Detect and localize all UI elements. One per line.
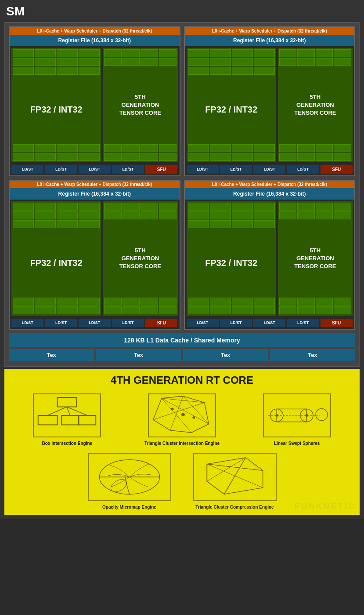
triangle-cluster-label: Triangle Cluster Intersection Engine — [144, 441, 220, 446]
tensor-label-2: 5THGENERATIONTENSOR CORE — [103, 221, 177, 296]
grid-cell — [297, 306, 315, 314]
grid-cell — [232, 306, 253, 314]
rt-icon-triangle-compression: Triangle Cluster Compression Engine — [187, 453, 283, 509]
ldst-unit: LD/ST — [253, 319, 285, 327]
svg-line-33 — [207, 464, 263, 471]
grid-cell — [35, 220, 56, 228]
grid-cell — [57, 211, 78, 219]
grid-cell — [210, 203, 231, 211]
grid-cell — [334, 306, 351, 314]
fp32-grid-3 — [187, 201, 276, 229]
fp32-label-2: FP32 / INT32 — [11, 229, 101, 296]
grid-cell — [254, 203, 275, 211]
tensor-grid-0 — [103, 48, 177, 67]
svg-point-22 — [305, 414, 308, 417]
grid-cell — [232, 153, 253, 161]
fp32-grid-2 — [11, 201, 101, 229]
grid-cell — [13, 211, 34, 219]
fp32-grid-bottom-3 — [187, 296, 276, 316]
grid-cell — [334, 153, 351, 161]
grid-cell — [210, 153, 231, 161]
grid-cell — [141, 49, 158, 57]
tensor-grid-bottom-2 — [103, 296, 177, 316]
grid-cell — [57, 298, 78, 306]
warp-header-0: L0 i-Cache + Warp Scheduler + Dispatch (… — [10, 27, 180, 35]
grid-cell — [334, 49, 351, 57]
grid-cell — [159, 153, 177, 161]
grid-cell — [35, 203, 56, 211]
grid-cell — [316, 211, 333, 219]
grid-cell — [254, 144, 275, 152]
box-intersection-svg — [34, 393, 100, 437]
grid-cell — [210, 306, 231, 314]
grid-cell — [35, 67, 56, 75]
grid-cell — [188, 306, 209, 314]
box-intersection-label: Box Intersection Engine — [42, 441, 92, 446]
grid-cell — [159, 58, 177, 66]
ldst-unit: LD/ST — [45, 165, 77, 174]
grid-cell — [141, 144, 158, 152]
grid-cell — [316, 153, 333, 161]
svg-point-16 — [192, 416, 195, 419]
fp32-grid-0 — [11, 48, 101, 76]
tensor-block-2: 5THGENERATIONTENSOR CORE — [103, 201, 177, 316]
rt-icon-opacity-micromap: Opacity Micromap Engine — [81, 453, 178, 509]
tensor-block-0: 5THGENERATIONTENSOR CORE — [103, 48, 177, 162]
fp32-grid-1 — [187, 48, 276, 76]
ldst-unit: LD/ST — [287, 319, 319, 327]
sfu-unit: SFU — [145, 319, 177, 327]
grid-cell — [35, 298, 56, 306]
warp-header-3: L0 i-Cache + Warp Scheduler + Dispatch (… — [185, 181, 355, 188]
grid-cell — [13, 58, 34, 66]
grid-cell — [57, 49, 78, 57]
compute-area-0: FP32 / INT32 — [10, 46, 180, 164]
tensor-grid-bottom-3 — [278, 296, 353, 316]
grid-cell — [104, 211, 122, 219]
grid-cell — [104, 153, 122, 161]
grid-cell — [13, 67, 34, 75]
rt-icon-linear-swept: Linear Swept Spheres — [239, 393, 354, 446]
grid-cell — [57, 220, 78, 228]
quadrant-2: L0 i-Cache + Warp Scheduler + Dispatch (… — [9, 180, 180, 330]
svg-point-14 — [181, 413, 185, 416]
grid-cell — [254, 67, 275, 75]
rt-icons-row-2: Opacity Micromap Engine — [10, 453, 354, 509]
fp32-label-3: FP32 / INT32 — [187, 229, 276, 296]
tensor-label-0: 5THGENERATIONTENSOR CORE — [103, 67, 177, 143]
rt-icon-box-intersection: Box Intersection Engine — [10, 393, 125, 446]
grid-cell — [297, 153, 315, 161]
grid-cell — [254, 49, 275, 57]
grid-cell — [188, 58, 209, 66]
grid-cell — [141, 211, 158, 219]
grid-cell — [232, 58, 253, 66]
register-file-3: Register File (16,384 x 32-bit) — [185, 188, 355, 200]
grid-cell — [297, 211, 315, 219]
grid-cell — [79, 67, 100, 75]
quadrants-grid: L0 i-Cache + Warp Scheduler + Dispatch (… — [9, 26, 355, 330]
sfu-unit: SFU — [321, 165, 353, 174]
grid-cell — [123, 203, 140, 211]
grid-cell — [254, 298, 275, 306]
warp-header-1: L0 i-Cache + Warp Scheduler + Dispatch (… — [185, 27, 355, 35]
register-file-0: Register File (16,384 x 32-bit) — [10, 35, 180, 46]
grid-cell — [35, 306, 56, 314]
grid-cell — [123, 306, 140, 314]
quadrant-1: L0 i-Cache + Warp Scheduler + Dispatch (… — [184, 26, 356, 176]
grid-cell — [159, 298, 177, 306]
svg-rect-1 — [38, 415, 58, 425]
quadrant-0: L0 i-Cache + Warp Scheduler + Dispatch (… — [9, 26, 180, 176]
svg-point-15 — [171, 408, 174, 410]
grid-cell — [79, 211, 100, 219]
grid-cell — [159, 306, 177, 314]
grid-cell — [104, 58, 122, 66]
grid-cell — [79, 306, 100, 314]
fp32-grid-bottom-1 — [187, 143, 276, 162]
ldst-unit: LD/ST — [112, 319, 144, 327]
grid-cell — [123, 153, 140, 161]
grid-cell — [334, 203, 351, 211]
grid-cell — [188, 153, 209, 161]
grid-cell — [159, 211, 177, 219]
grid-cell — [210, 298, 231, 306]
grid-cell — [57, 203, 78, 211]
grid-cell — [188, 144, 209, 152]
